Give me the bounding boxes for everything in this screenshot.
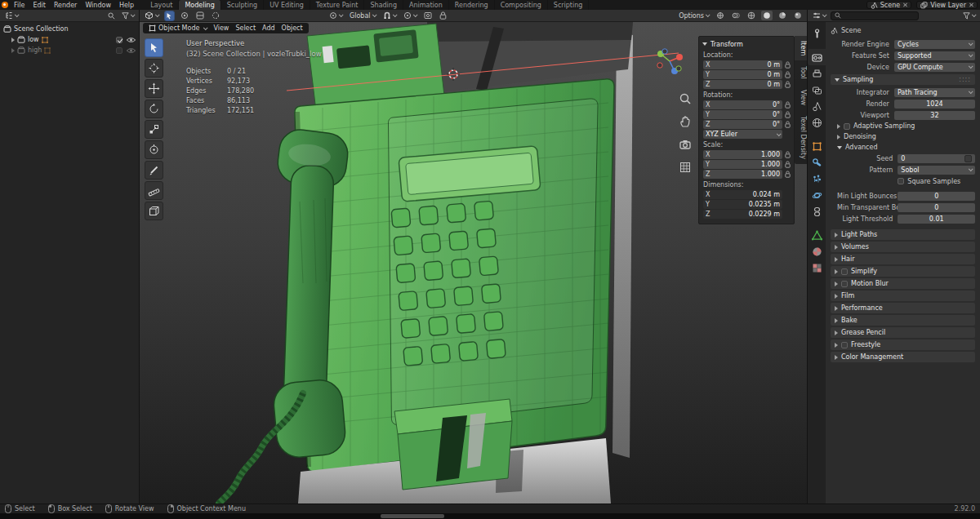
rotate-tool[interactable] [145,100,163,118]
min-transparent-bounces-field[interactable]: 0 [898,203,975,212]
tab-material-properties[interactable] [808,243,826,260]
tab-output-properties[interactable] [808,65,826,82]
measure-tool[interactable] [145,181,163,200]
workspace-tab-animation[interactable]: Animation [403,0,449,10]
section-grease-pencil[interactable]: Grease Pencil [831,327,975,338]
perspective-toggle-icon[interactable] [679,161,692,174]
section-motion-blur[interactable]: Motion Blur [831,278,975,289]
navigation-gizmo[interactable] [653,45,686,78]
outliner-search-button[interactable] [106,11,117,20]
camera-view-icon[interactable] [679,138,692,151]
outliner-item-low[interactable]: low [0,34,139,45]
expand-icon[interactable] [11,38,15,42]
transform-pivot-button[interactable] [327,11,344,20]
samples-viewport-field[interactable]: 32 [894,111,975,120]
dimensions-x-field[interactable]: X0.024 m [703,190,782,199]
section-performance[interactable]: Performance [831,303,975,313]
outliner-item-high[interactable]: high [0,45,139,55]
properties-filter-button[interactable] [961,11,977,20]
eye-icon[interactable] [127,37,136,43]
dimensions-z-field[interactable]: Z0.0229 m [703,210,782,219]
gizmos-toggle-icon[interactable] [210,11,221,20]
breadcrumb-scene[interactable]: Scene [841,27,861,34]
menu-render[interactable]: Render [50,0,81,10]
dimensions-y-field[interactable]: Y0.0235 m [703,200,782,209]
view-layer-unlink-icon[interactable] [969,2,973,7]
tab-view-layer-properties[interactable] [808,82,826,98]
show-gizmo-icon[interactable] [715,11,726,20]
shading-solid-icon[interactable] [761,11,773,20]
move-tool[interactable] [145,79,163,98]
scale-z-field[interactable]: Z1.000 [703,170,782,179]
shading-material-icon[interactable] [777,11,788,20]
options-dropdown[interactable]: Options [677,11,710,20]
tab-tool-properties[interactable] [808,25,826,42]
scale-x-field[interactable]: X1.000 [703,150,782,159]
menu-select[interactable]: Select [235,24,256,32]
lock-icon[interactable] [785,71,791,78]
blender-logo-icon[interactable] [0,0,10,10]
section-film[interactable]: Film [831,291,975,301]
scale-y-field[interactable]: Y1.000 [703,160,782,169]
sidebar-tab-texel-density[interactable]: Texel Density [795,111,807,164]
transform-tool[interactable] [145,140,163,159]
rotation-z-field[interactable]: Z0° [703,120,782,129]
min-light-bounces-field[interactable]: 0 [898,192,975,201]
collection-checkbox[interactable] [116,47,122,54]
adaptive-sampling-checkbox[interactable] [844,123,850,130]
eye-icon[interactable] [127,47,136,54]
outliner-editor-type-button[interactable] [3,11,20,20]
feature-set-dropdown[interactable]: Supported [894,51,975,60]
sidebar-tab-tool[interactable]: Tool [795,61,807,84]
adaptive-sampling-subpanel[interactable]: Adaptive Sampling [831,121,975,131]
add-cube-tool[interactable] [145,202,163,220]
section-volumes[interactable]: Volumes [831,242,975,252]
section-simplify[interactable]: Simplify [831,266,975,277]
integrator-dropdown[interactable]: Path Tracing [894,88,975,97]
workspace-tab-texture-paint[interactable]: Texture Paint [310,0,365,10]
tab-constraint-properties[interactable] [808,203,826,220]
section-bake[interactable]: Bake [831,315,975,326]
cursor-tool[interactable] [145,59,163,78]
viewport-editor-type-button[interactable] [143,11,160,20]
workspace-tab-rendering[interactable]: Rendering [449,0,495,10]
tab-world-properties[interactable] [808,114,826,131]
proportional-editing-button[interactable] [402,11,418,20]
tab-modifier-properties[interactable] [808,154,826,171]
render-region-icon[interactable] [422,11,434,20]
square-samples-checkbox[interactable] [898,178,904,184]
mode-transfer-icon[interactable] [179,11,190,20]
lock-icon[interactable] [785,61,791,69]
menu-edit[interactable]: Edit [29,0,50,10]
lock-icon[interactable] [785,81,791,88]
section-light-paths[interactable]: Light Paths [831,229,975,240]
rotation-mode-dropdown[interactable]: XYZ Euler [703,130,782,139]
scale-tool[interactable] [145,120,163,139]
rotation-x-field[interactable]: X0° [703,100,782,109]
denoising-subpanel[interactable]: Denoising [831,131,975,142]
device-dropdown[interactable]: GPU Compute [894,63,975,72]
section-freestyle[interactable]: Freestyle [831,339,975,350]
menu-window[interactable]: Window [81,0,115,10]
lock-icon[interactable] [785,121,791,128]
location-z-field[interactable]: Z0 m [703,80,782,89]
lock-icon[interactable] [785,161,791,168]
lock-icon[interactable] [785,111,791,118]
section-hair[interactable]: Hair [831,254,975,264]
view-lock-icon[interactable] [438,11,448,20]
lock-icon[interactable] [785,151,791,158]
simplify-checkbox[interactable] [841,268,848,275]
menu-help[interactable]: Help [115,0,138,10]
workspace-tab-layout[interactable]: Layout [145,0,179,10]
viewport-canvas[interactable]: Object Mode View Select Add Object [140,22,807,503]
tab-object-data-properties[interactable] [808,227,826,243]
lock-icon[interactable] [785,171,791,178]
menu-file[interactable]: File [10,0,29,10]
menu-object[interactable]: Object [282,24,303,32]
tab-scene-properties[interactable] [808,98,826,114]
light-threshold-field[interactable]: 0.01 [898,215,975,224]
tab-object-properties[interactable] [808,138,826,154]
freestyle-checkbox[interactable] [841,342,848,348]
transform-orientation-dropdown[interactable]: Global [348,11,377,20]
workspace-tab-scripting[interactable]: Scripting [548,0,590,10]
